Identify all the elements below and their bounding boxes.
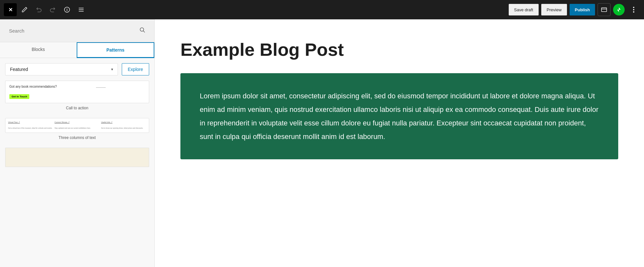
toolbar-left: ✕ — [4, 3, 507, 16]
jetpack-icon — [616, 7, 622, 13]
main-layout: Blocks Patterns Featured ▾ Explore Got a… — [0, 19, 644, 267]
explore-button[interactable]: Explore — [122, 63, 149, 75]
toolbar-right: Save draft Preview Publish — [509, 3, 640, 16]
tabs-row: Blocks Patterns — [0, 42, 154, 58]
preview-button[interactable]: Preview — [541, 4, 567, 15]
sidebar-search-area — [0, 19, 154, 42]
filter-row: Featured ▾ Explore — [0, 58, 154, 81]
col-preview-3: Useful Info ↗ Got to know our opening ti… — [101, 121, 146, 130]
undo-icon — [35, 6, 42, 13]
cols-preview: Virtual Tour ↗ Get a virtual tour of the… — [5, 118, 149, 133]
filter-selected-text: Featured — [10, 67, 111, 72]
cta-divider — [96, 87, 106, 88]
featured-block[interactable]: Lorem ipsum dolor sit amet, consectetur … — [180, 73, 618, 159]
pencil-icon — [21, 6, 28, 13]
ellipsis-vertical-icon — [633, 6, 635, 13]
svg-rect-1 — [601, 8, 607, 12]
svg-point-3 — [633, 9, 634, 10]
col-2-text: Stay updated and see our current exhibit… — [54, 127, 91, 129]
post-title[interactable]: Example Blog Post — [180, 39, 618, 60]
cta-preview-btn: Get In Touch — [9, 94, 29, 99]
more-options-button[interactable] — [627, 3, 640, 16]
svg-point-2 — [633, 7, 634, 8]
chevron-down-icon: ▾ — [111, 67, 113, 72]
redo-icon — [50, 6, 56, 13]
pattern-item-three-cols[interactable]: Virtual Tour ↗ Get a virtual tour of the… — [5, 118, 149, 141]
svg-point-4 — [633, 11, 634, 13]
featured-text: Lorem ipsum dolor sit amet, consectetur … — [200, 89, 599, 143]
pattern-preview-beige — [5, 148, 149, 167]
pattern-item-cta[interactable]: Got any book recommendations? Get In Tou… — [5, 81, 149, 112]
col-1-link: Virtual Tour ↗ — [8, 121, 53, 123]
pattern-label-cta: Call to action — [5, 103, 149, 112]
patterns-list: Got any book recommendations? Get In Tou… — [0, 81, 154, 267]
cta-preview-title: Got any book recommendations? — [9, 85, 57, 88]
search-input[interactable] — [9, 28, 137, 34]
sidebar: Blocks Patterns Featured ▾ Explore Got a… — [0, 19, 155, 267]
undo-button[interactable] — [32, 3, 45, 16]
search-wrapper — [5, 25, 149, 37]
col-preview-2: Current Shows ↗ Stay updated and see our… — [54, 121, 100, 130]
filter-select-wrapper[interactable]: Featured ▾ — [5, 63, 118, 75]
menu-icon — [78, 6, 84, 13]
tab-blocks[interactable]: Blocks — [0, 42, 77, 58]
menu-button[interactable] — [75, 3, 88, 16]
publish-button[interactable]: Publish — [570, 4, 595, 15]
col-3-text: Got to know our opening times, ticket pr… — [101, 127, 143, 129]
view-icon — [601, 6, 607, 13]
pattern-preview-cta: Got any book recommendations? Get In Tou… — [5, 81, 149, 103]
tab-patterns[interactable]: Patterns — [77, 42, 155, 58]
edit-button[interactable] — [18, 3, 31, 16]
jetpack-button[interactable] — [613, 4, 625, 15]
close-button[interactable]: ✕ — [4, 3, 17, 16]
pattern-preview-three-cols: Virtual Tour ↗ Get a virtual tour of the… — [5, 118, 149, 133]
search-icon — [139, 27, 145, 34]
toolbar: ✕ — [0, 0, 644, 19]
info-button[interactable] — [61, 3, 73, 16]
pattern-label-three-cols: Three columns of text — [5, 133, 149, 141]
save-draft-button[interactable]: Save draft — [509, 4, 539, 15]
col-3-link: Useful Info ↗ — [101, 121, 146, 123]
pattern-item-beige[interactable] — [5, 148, 149, 167]
info-icon — [64, 6, 70, 13]
col-1-text: Get a virtual tour of the museum, ideal … — [8, 127, 53, 129]
svg-point-5 — [140, 28, 144, 31]
content-area: Example Blog Post Lorem ipsum dolor sit … — [155, 19, 644, 267]
view-button[interactable] — [598, 3, 610, 16]
col-preview-1: Virtual Tour ↗ Get a virtual tour of the… — [8, 121, 53, 130]
col-2-link: Current Shows ↗ — [54, 121, 100, 123]
redo-button[interactable] — [46, 3, 59, 16]
